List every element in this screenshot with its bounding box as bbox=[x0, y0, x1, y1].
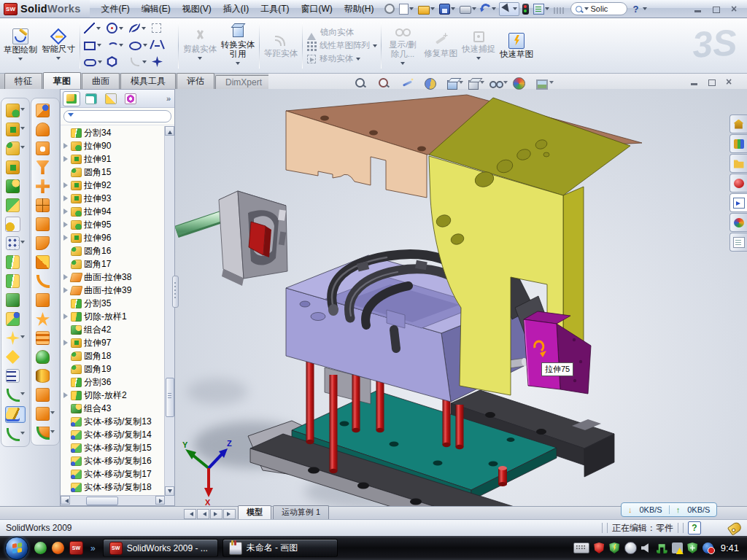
close-button[interactable] bbox=[730, 5, 740, 13]
menu-item[interactable]: 插入(I) bbox=[217, 1, 255, 18]
sketch-tool-button[interactable] bbox=[152, 39, 174, 50]
tree-item[interactable]: 实体-移动/复制13 bbox=[61, 415, 165, 428]
mold-tool-button[interactable] bbox=[36, 103, 55, 118]
task-pane-tab[interactable] bbox=[729, 134, 747, 153]
view-tool-button[interactable] bbox=[447, 78, 463, 90]
expand-arrow-icon[interactable] bbox=[63, 260, 69, 268]
menu-item[interactable]: 窗口(W) bbox=[295, 1, 338, 18]
viewport-3d-model[interactable]: Y Z X bbox=[175, 89, 747, 506]
scroll-left-button[interactable] bbox=[61, 496, 70, 505]
feature-tool-button[interactable] bbox=[6, 330, 25, 346]
tree-item[interactable]: 拉伸93 bbox=[61, 192, 165, 205]
expand-arrow-icon[interactable] bbox=[63, 418, 69, 425]
sketch-tool-button[interactable] bbox=[152, 56, 174, 67]
view-tool-button[interactable] bbox=[401, 77, 419, 90]
feature-tool-button[interactable] bbox=[6, 368, 25, 384]
taskbar-window-button[interactable]: 未命名 - 画图 bbox=[222, 539, 338, 557]
dropdown-caret-icon[interactable] bbox=[119, 27, 123, 32]
expand-arrow-icon[interactable] bbox=[63, 129, 69, 136]
taskbar-window-button[interactable]: SW SolidWorks 2009 - ... bbox=[103, 539, 218, 557]
expand-arrow-icon[interactable] bbox=[63, 392, 69, 399]
dropdown-caret-icon[interactable] bbox=[198, 57, 202, 62]
tree-item[interactable]: 实体-移动/复制16 bbox=[61, 454, 165, 467]
sketch-tool-button[interactable] bbox=[84, 57, 107, 66]
restore-button[interactable] bbox=[712, 5, 721, 13]
dropdown-caret-icon[interactable] bbox=[18, 58, 23, 63]
tree-item[interactable]: 拉伸95 bbox=[61, 218, 165, 231]
model-tab[interactable]: 运动算例 1 bbox=[273, 505, 329, 519]
prev-tab-button[interactable] bbox=[197, 509, 209, 519]
tree-item[interactable]: 分割34 bbox=[61, 126, 165, 139]
dropdown-caret-icon[interactable] bbox=[56, 57, 61, 62]
expand-arrow-icon[interactable] bbox=[63, 208, 69, 215]
dropdown-caret-icon[interactable] bbox=[20, 432, 25, 437]
sketch-tool-button[interactable] bbox=[129, 56, 152, 68]
tab-dimxpert-manager[interactable] bbox=[122, 91, 139, 106]
last-tab-button[interactable] bbox=[223, 509, 236, 519]
ribbon-big-button[interactable]: 快速草图 bbox=[498, 31, 535, 61]
search-box[interactable]: Solic bbox=[570, 2, 627, 15]
dropdown-caret-icon[interactable] bbox=[236, 62, 240, 67]
mold-tool-button[interactable] bbox=[36, 425, 55, 440]
menu-item[interactable]: 工具(T) bbox=[255, 1, 295, 18]
tree-item[interactable]: 拉伸96 bbox=[61, 231, 165, 244]
next-tab-button[interactable] bbox=[210, 509, 222, 519]
panel-overflow-button[interactable] bbox=[166, 94, 172, 103]
task-pane-tab[interactable] bbox=[729, 154, 747, 173]
sketch-tool-button[interactable] bbox=[152, 23, 174, 33]
mold-tool-button[interactable] bbox=[36, 349, 55, 365]
expand-arrow-icon[interactable] bbox=[63, 405, 69, 412]
task-pane-tab[interactable] bbox=[729, 174, 747, 192]
expand-arrow-icon[interactable] bbox=[63, 483, 69, 491]
dropdown-caret-icon[interactable] bbox=[356, 58, 360, 63]
mold-tool-button[interactable] bbox=[36, 292, 55, 308]
dropdown-caret-icon[interactable] bbox=[98, 61, 102, 66]
expand-arrow-icon[interactable] bbox=[63, 182, 69, 189]
feature-tool-button[interactable] bbox=[7, 387, 25, 402]
dropdown-caret-icon[interactable] bbox=[20, 108, 25, 113]
dropdown-caret-icon[interactable] bbox=[20, 392, 25, 397]
mold-tool-button[interactable] bbox=[36, 179, 55, 194]
start-button[interactable] bbox=[5, 537, 28, 560]
first-tab-button[interactable] bbox=[184, 509, 196, 519]
dropdown-caret-icon[interactable] bbox=[97, 44, 101, 49]
sketch-tool-button[interactable] bbox=[129, 40, 152, 50]
expand-arrow-icon[interactable] bbox=[63, 155, 69, 163]
feature-tool-button[interactable] bbox=[5, 217, 26, 232]
ribbon-row-button[interactable]: 镜向实体 bbox=[306, 27, 377, 38]
tree-horizontal-scrollbar[interactable] bbox=[61, 495, 165, 505]
quick-tool-button[interactable] bbox=[552, 4, 566, 15]
tree-item[interactable]: 拉伸92 bbox=[61, 179, 165, 192]
expand-arrow-icon[interactable] bbox=[63, 365, 69, 373]
dropdown-caret-icon[interactable] bbox=[142, 27, 146, 32]
help-caret-icon[interactable] bbox=[643, 7, 647, 12]
mold-tool-button[interactable] bbox=[36, 160, 55, 175]
ribbon-big-button[interactable]: 修复草图 bbox=[422, 32, 460, 60]
tree-item[interactable]: 实体-移动/复制17 bbox=[61, 467, 165, 481]
sketch-tool-button[interactable] bbox=[107, 23, 129, 34]
feature-tool-button[interactable] bbox=[6, 103, 25, 118]
quick-tip-help-button[interactable]: ? bbox=[688, 521, 701, 534]
quick-launch-icon[interactable]: SW bbox=[69, 541, 83, 555]
quick-tool-button[interactable] bbox=[398, 3, 415, 15]
quick-tool-button[interactable] bbox=[479, 3, 498, 15]
sketch-tool-button[interactable] bbox=[129, 23, 152, 34]
tray-icon[interactable] bbox=[624, 542, 637, 554]
tab-property-manager[interactable] bbox=[82, 91, 100, 106]
view-tool-button[interactable] bbox=[355, 77, 373, 90]
quick-tool-button[interactable] bbox=[417, 3, 436, 15]
expand-arrow-icon[interactable] bbox=[63, 326, 69, 333]
quick-tool-button[interactable] bbox=[438, 3, 457, 15]
view-tool-button[interactable] bbox=[378, 77, 396, 90]
command-tab[interactable]: 模具工具 bbox=[120, 73, 176, 89]
dropdown-caret-icon[interactable] bbox=[20, 146, 25, 151]
expand-arrow-icon[interactable] bbox=[63, 444, 69, 451]
quick-tool-button[interactable] bbox=[521, 3, 530, 15]
dropdown-caret-icon[interactable] bbox=[459, 81, 463, 86]
feature-tool-button[interactable] bbox=[5, 406, 26, 423]
tree-item[interactable]: 曲面-拉伸38 bbox=[61, 271, 165, 284]
scroll-right-button[interactable] bbox=[155, 496, 165, 505]
command-tab[interactable]: 曲面 bbox=[82, 73, 120, 89]
mold-tool-button[interactable] bbox=[36, 236, 55, 251]
dropdown-caret-icon[interactable] bbox=[480, 81, 484, 86]
